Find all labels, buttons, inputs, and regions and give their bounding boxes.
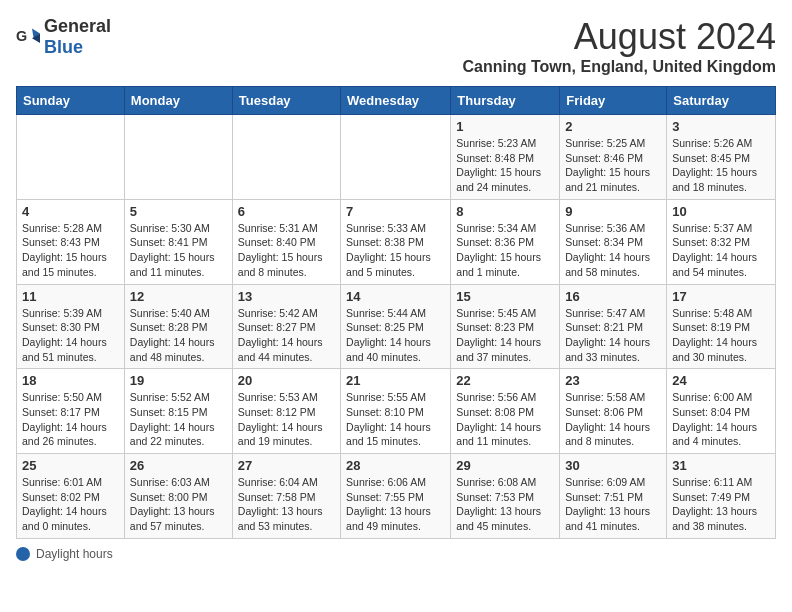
day-info: Sunrise: 5:40 AMSunset: 8:28 PMDaylight:… [130, 306, 227, 365]
day-info: Sunrise: 5:58 AMSunset: 8:06 PMDaylight:… [565, 390, 661, 449]
day-number: 27 [238, 458, 335, 473]
day-info: Sunrise: 6:11 AMSunset: 7:49 PMDaylight:… [672, 475, 770, 534]
calendar-cell: 10Sunrise: 5:37 AMSunset: 8:32 PMDayligh… [667, 199, 776, 284]
day-info: Sunrise: 5:33 AMSunset: 8:38 PMDaylight:… [346, 221, 445, 280]
day-number: 13 [238, 289, 335, 304]
day-info: Sunrise: 5:45 AMSunset: 8:23 PMDaylight:… [456, 306, 554, 365]
day-number: 21 [346, 373, 445, 388]
header-day-monday: Monday [124, 87, 232, 115]
day-number: 30 [565, 458, 661, 473]
calendar-cell: 18Sunrise: 5:50 AMSunset: 8:17 PMDayligh… [17, 369, 125, 454]
day-number: 22 [456, 373, 554, 388]
calendar-cell: 14Sunrise: 5:44 AMSunset: 8:25 PMDayligh… [341, 284, 451, 369]
calendar-week-row: 1Sunrise: 5:23 AMSunset: 8:48 PMDaylight… [17, 115, 776, 200]
calendar-cell: 24Sunrise: 6:00 AMSunset: 8:04 PMDayligh… [667, 369, 776, 454]
day-info: Sunrise: 5:34 AMSunset: 8:36 PMDaylight:… [456, 221, 554, 280]
day-number: 18 [22, 373, 119, 388]
calendar-cell: 16Sunrise: 5:47 AMSunset: 8:21 PMDayligh… [560, 284, 667, 369]
calendar-cell: 21Sunrise: 5:55 AMSunset: 8:10 PMDayligh… [341, 369, 451, 454]
calendar-cell [17, 115, 125, 200]
calendar-cell: 13Sunrise: 5:42 AMSunset: 8:27 PMDayligh… [232, 284, 340, 369]
day-number: 4 [22, 204, 119, 219]
day-info: Sunrise: 5:55 AMSunset: 8:10 PMDaylight:… [346, 390, 445, 449]
calendar-cell: 2Sunrise: 5:25 AMSunset: 8:46 PMDaylight… [560, 115, 667, 200]
calendar-cell: 15Sunrise: 5:45 AMSunset: 8:23 PMDayligh… [451, 284, 560, 369]
day-info: Sunrise: 5:28 AMSunset: 8:43 PMDaylight:… [22, 221, 119, 280]
day-info: Sunrise: 6:06 AMSunset: 7:55 PMDaylight:… [346, 475, 445, 534]
day-info: Sunrise: 5:37 AMSunset: 8:32 PMDaylight:… [672, 221, 770, 280]
calendar-week-row: 18Sunrise: 5:50 AMSunset: 8:17 PMDayligh… [17, 369, 776, 454]
calendar-cell: 5Sunrise: 5:30 AMSunset: 8:41 PMDaylight… [124, 199, 232, 284]
logo-general: General [44, 16, 111, 36]
day-number: 24 [672, 373, 770, 388]
calendar-cell: 17Sunrise: 5:48 AMSunset: 8:19 PMDayligh… [667, 284, 776, 369]
day-info: Sunrise: 6:04 AMSunset: 7:58 PMDaylight:… [238, 475, 335, 534]
day-info: Sunrise: 5:30 AMSunset: 8:41 PMDaylight:… [130, 221, 227, 280]
header-day-sunday: Sunday [17, 87, 125, 115]
day-info: Sunrise: 6:08 AMSunset: 7:53 PMDaylight:… [456, 475, 554, 534]
daylight-dot [16, 547, 30, 561]
day-number: 29 [456, 458, 554, 473]
day-number: 23 [565, 373, 661, 388]
day-info: Sunrise: 6:09 AMSunset: 7:51 PMDaylight:… [565, 475, 661, 534]
header-day-wednesday: Wednesday [341, 87, 451, 115]
day-number: 6 [238, 204, 335, 219]
calendar-cell: 29Sunrise: 6:08 AMSunset: 7:53 PMDayligh… [451, 454, 560, 539]
calendar-cell: 27Sunrise: 6:04 AMSunset: 7:58 PMDayligh… [232, 454, 340, 539]
calendar-week-row: 11Sunrise: 5:39 AMSunset: 8:30 PMDayligh… [17, 284, 776, 369]
day-info: Sunrise: 5:31 AMSunset: 8:40 PMDaylight:… [238, 221, 335, 280]
day-number: 3 [672, 119, 770, 134]
logo: G General Blue [16, 16, 111, 58]
day-number: 8 [456, 204, 554, 219]
calendar-table: SundayMondayTuesdayWednesdayThursdayFrid… [16, 86, 776, 539]
header: G General Blue August 2024 Canning Town,… [16, 16, 776, 76]
day-info: Sunrise: 5:48 AMSunset: 8:19 PMDaylight:… [672, 306, 770, 365]
day-number: 5 [130, 204, 227, 219]
day-info: Sunrise: 5:56 AMSunset: 8:08 PMDaylight:… [456, 390, 554, 449]
day-info: Sunrise: 6:00 AMSunset: 8:04 PMDaylight:… [672, 390, 770, 449]
logo-text: General Blue [44, 16, 111, 58]
calendar-cell: 4Sunrise: 5:28 AMSunset: 8:43 PMDaylight… [17, 199, 125, 284]
header-day-saturday: Saturday [667, 87, 776, 115]
calendar-cell: 22Sunrise: 5:56 AMSunset: 8:08 PMDayligh… [451, 369, 560, 454]
calendar-cell: 7Sunrise: 5:33 AMSunset: 8:38 PMDaylight… [341, 199, 451, 284]
day-info: Sunrise: 5:36 AMSunset: 8:34 PMDaylight:… [565, 221, 661, 280]
calendar-cell [232, 115, 340, 200]
title-area: August 2024 Canning Town, England, Unite… [463, 16, 776, 76]
header-day-tuesday: Tuesday [232, 87, 340, 115]
day-number: 16 [565, 289, 661, 304]
day-number: 10 [672, 204, 770, 219]
calendar-title: August 2024 [463, 16, 776, 58]
calendar-cell: 30Sunrise: 6:09 AMSunset: 7:51 PMDayligh… [560, 454, 667, 539]
day-number: 19 [130, 373, 227, 388]
day-number: 26 [130, 458, 227, 473]
calendar-cell: 25Sunrise: 6:01 AMSunset: 8:02 PMDayligh… [17, 454, 125, 539]
day-info: Sunrise: 5:53 AMSunset: 8:12 PMDaylight:… [238, 390, 335, 449]
day-number: 15 [456, 289, 554, 304]
day-number: 25 [22, 458, 119, 473]
day-info: Sunrise: 6:01 AMSunset: 8:02 PMDaylight:… [22, 475, 119, 534]
day-info: Sunrise: 5:25 AMSunset: 8:46 PMDaylight:… [565, 136, 661, 195]
calendar-cell: 8Sunrise: 5:34 AMSunset: 8:36 PMDaylight… [451, 199, 560, 284]
calendar-cell [124, 115, 232, 200]
calendar-week-row: 4Sunrise: 5:28 AMSunset: 8:43 PMDaylight… [17, 199, 776, 284]
logo-blue: Blue [44, 37, 83, 57]
day-number: 11 [22, 289, 119, 304]
calendar-week-row: 25Sunrise: 6:01 AMSunset: 8:02 PMDayligh… [17, 454, 776, 539]
calendar-cell: 28Sunrise: 6:06 AMSunset: 7:55 PMDayligh… [341, 454, 451, 539]
calendar-cell: 20Sunrise: 5:53 AMSunset: 8:12 PMDayligh… [232, 369, 340, 454]
calendar-cell: 31Sunrise: 6:11 AMSunset: 7:49 PMDayligh… [667, 454, 776, 539]
calendar-cell: 6Sunrise: 5:31 AMSunset: 8:40 PMDaylight… [232, 199, 340, 284]
header-day-thursday: Thursday [451, 87, 560, 115]
day-number: 7 [346, 204, 445, 219]
header-day-friday: Friday [560, 87, 667, 115]
footer: Daylight hours [16, 547, 776, 561]
calendar-cell: 3Sunrise: 5:26 AMSunset: 8:45 PMDaylight… [667, 115, 776, 200]
day-info: Sunrise: 5:47 AMSunset: 8:21 PMDaylight:… [565, 306, 661, 365]
calendar-cell: 1Sunrise: 5:23 AMSunset: 8:48 PMDaylight… [451, 115, 560, 200]
day-number: 9 [565, 204, 661, 219]
day-info: Sunrise: 5:42 AMSunset: 8:27 PMDaylight:… [238, 306, 335, 365]
calendar-subtitle: Canning Town, England, United Kingdom [463, 58, 776, 76]
day-info: Sunrise: 5:26 AMSunset: 8:45 PMDaylight:… [672, 136, 770, 195]
day-info: Sunrise: 5:39 AMSunset: 8:30 PMDaylight:… [22, 306, 119, 365]
